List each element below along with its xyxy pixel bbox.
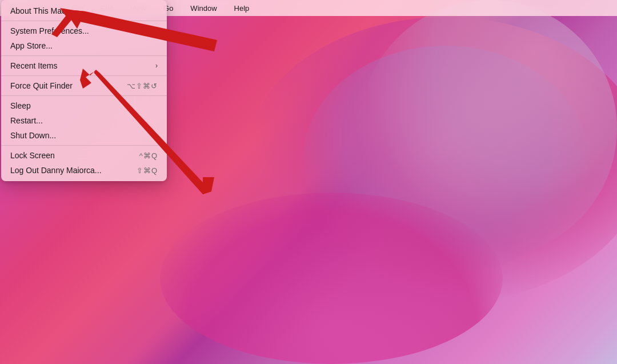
menu-item-label: Log Out Danny Maiorca... bbox=[10, 166, 102, 175]
menu-item-label: Force Quit Finder bbox=[10, 81, 73, 90]
menu-item-recent-items[interactable]: Recent Items › bbox=[1, 58, 167, 73]
lock-screen-shortcut: ^⌘Q bbox=[139, 151, 158, 160]
menu-item-app-store[interactable]: App Store... bbox=[1, 38, 167, 53]
menu-separator-2 bbox=[1, 55, 167, 56]
help-menu-button[interactable]: Help bbox=[231, 3, 253, 14]
menu-item-sleep[interactable]: Sleep bbox=[1, 98, 167, 113]
menu-item-label: Recent Items bbox=[10, 61, 57, 70]
menu-separator-4 bbox=[1, 95, 167, 96]
menu-item-label: Sleep bbox=[10, 101, 31, 110]
menu-item-log-out[interactable]: Log Out Danny Maiorca... ⇧⌘Q bbox=[1, 163, 167, 178]
menu-item-label: Lock Screen bbox=[10, 151, 55, 160]
menu-separator-5 bbox=[1, 145, 167, 146]
menu-item-shut-down[interactable]: Shut Down... bbox=[1, 128, 167, 143]
menu-separator-1 bbox=[1, 21, 167, 21]
menu-item-system-prefs[interactable]: System Preferences... bbox=[1, 23, 167, 38]
menu-separator-3 bbox=[1, 75, 167, 76]
menu-item-restart[interactable]: Restart... bbox=[1, 113, 167, 128]
submenu-arrow-icon: › bbox=[155, 62, 158, 70]
menu-item-label: App Store... bbox=[10, 41, 53, 50]
menu-item-lock-screen[interactable]: Lock Screen ^⌘Q bbox=[1, 148, 167, 163]
force-quit-shortcut: ⌥⇧⌘↺ bbox=[127, 82, 158, 90]
menu-item-label: System Preferences... bbox=[10, 26, 89, 35]
log-out-shortcut: ⇧⌘Q bbox=[137, 166, 158, 175]
apple-dropdown-menu: About This Mac System Preferences... App… bbox=[1, 0, 167, 181]
menu-item-about-mac[interactable]: About This Mac bbox=[1, 3, 167, 18]
menu-item-label: About This Mac bbox=[10, 6, 66, 15]
menu-item-force-quit[interactable]: Force Quit Finder ⌥⇧⌘↺ bbox=[1, 78, 167, 93]
window-menu-button[interactable]: Window bbox=[187, 3, 220, 14]
menu-item-label: Restart... bbox=[10, 116, 43, 125]
menu-item-label: Shut Down... bbox=[10, 131, 56, 140]
